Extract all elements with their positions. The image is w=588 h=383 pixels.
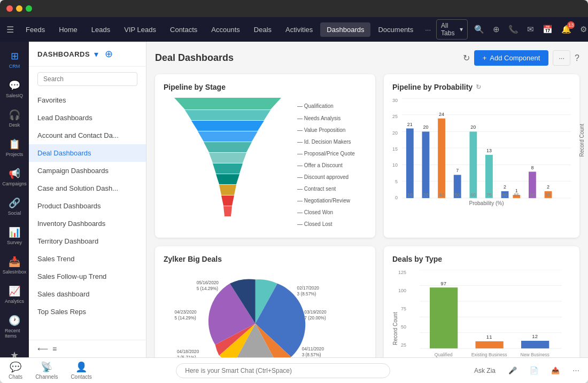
more-bottom-icon[interactable]: ⋯ <box>572 366 579 374</box>
nav-sidebar-deal-dashboards[interactable]: Deal Dashboards <box>29 144 146 162</box>
refresh-icon[interactable]: ↻ <box>463 53 470 63</box>
sidebar-item-recent[interactable]: 🕐 Recent Items <box>2 310 27 343</box>
nav-sidebar-case-solution[interactable]: Case and Solution Dash... <box>29 179 146 197</box>
sidebar-item-analytics[interactable]: 📈 Analytics <box>2 281 27 308</box>
more-nav-icon[interactable]: ··· <box>421 22 435 37</box>
notification-button[interactable]: 🔔 13 <box>559 22 574 36</box>
add-button[interactable]: ⊕ <box>491 22 502 36</box>
nav-sidebar-territory[interactable]: Territory Dashboard <box>29 232 146 250</box>
search-button[interactable]: 🔍 <box>472 22 486 36</box>
y-axis-label-type: Record Count <box>392 270 398 357</box>
nav-sidebar-sales-trend[interactable]: Sales Trend <box>29 250 146 268</box>
funnel-label-closed-won: — Closed Won <box>296 207 355 217</box>
sidebar-item-crm[interactable]: ⊞ CRM <box>2 46 27 73</box>
analytics-icon: 📈 <box>9 285 20 297</box>
nav-home[interactable]: Home <box>52 22 84 37</box>
pipeline-by-probability-card: Pipeline by Probability ↻ 302520151050 <box>384 74 579 238</box>
maximize-button[interactable] <box>26 5 32 12</box>
sidebar-item-social[interactable]: 🔗 Social <box>2 193 27 220</box>
close-button[interactable] <box>6 5 13 12</box>
refresh-prob-icon[interactable]: ↻ <box>476 83 481 91</box>
sidebar-item-survey[interactable]: 📊 Survey <box>2 222 27 249</box>
help-icon[interactable]: ? <box>575 53 579 63</box>
svg-text:20: 20 <box>423 124 429 130</box>
nav-sidebar-favorites[interactable]: Favorites <box>29 91 146 109</box>
phone-button[interactable]: 📞 <box>506 22 521 36</box>
nav-vip-leads[interactable]: VIP Leads <box>118 22 163 37</box>
nav-accounts[interactable]: Accounts <box>205 22 246 37</box>
svg-text:20: 20 <box>423 192 429 198</box>
nav-sidebar-search <box>29 67 146 91</box>
svg-text:60: 60 <box>470 192 476 198</box>
sidebar-item-projects[interactable]: 📋 Projects <box>2 134 27 161</box>
bottom-tab-channels[interactable]: 📡 Channels <box>35 361 58 380</box>
svg-text:40: 40 <box>439 192 444 198</box>
bottom-tab-chats[interactable]: 💬 Chats <box>9 361 22 380</box>
bar-chart-svg: 21 20 24 7 <box>402 98 571 199</box>
nav-deals[interactable]: Deals <box>247 22 278 37</box>
smart-chat-input[interactable] <box>176 363 390 378</box>
settings-button[interactable]: ⚙ <box>578 22 588 36</box>
svg-text:03/19/2020: 03/19/2020 <box>304 310 327 315</box>
add-dashboard-button[interactable]: ▾ <box>94 49 98 59</box>
sidebar-item-desk[interactable]: 🎧 Desk <box>2 105 27 132</box>
collapse-icon[interactable]: ⟵ <box>37 345 48 353</box>
svg-rect-26 <box>469 131 477 198</box>
nav-activities[interactable]: Activities <box>279 22 319 37</box>
contacts-icon: 👤 <box>75 361 87 373</box>
nav-sidebar-account-contact[interactable]: Account and Contact Da... <box>29 127 146 144</box>
mail-button[interactable]: ✉ <box>525 22 536 36</box>
new-dashboard-button[interactable]: ⊕ <box>105 48 113 60</box>
sidebar-item-salesinbox[interactable]: 📥 SalesInbox <box>2 252 27 279</box>
ask-zia[interactable]: Ask Zia <box>474 367 496 374</box>
svg-text:8: 8 <box>531 165 533 170</box>
all-tabs-button[interactable]: All Tabs ▾ <box>436 19 468 40</box>
pipeline-by-probability-title: Pipeline by Probability ↻ <box>392 83 571 91</box>
nav-sidebar-inventory[interactable]: Inventory Dashboards <box>29 215 146 232</box>
nav-dashboards[interactable]: Dashboards <box>320 22 370 37</box>
hamburger-icon[interactable]: ☰ <box>6 25 14 35</box>
bottom-tab-contacts[interactable]: 👤 Contacts <box>71 361 91 380</box>
titlebar <box>0 0 588 17</box>
send-icon[interactable]: 📤 <box>551 366 560 374</box>
channels-icon: 📡 <box>41 361 52 373</box>
sidebar-item-campaigns[interactable]: 📢 Campaigns <box>2 163 27 191</box>
nav-leads[interactable]: Leads <box>85 22 117 37</box>
search-input[interactable] <box>37 72 137 86</box>
funnel-label-contract: — Contract sent <box>296 183 355 194</box>
minimize-button[interactable] <box>16 5 22 12</box>
sidebar-item-salesiq[interactable]: 💬 SalesIQ <box>2 75 27 103</box>
add-component-button[interactable]: + Add Component <box>474 50 549 66</box>
nav-sidebar-sales-followup[interactable]: Sales Follow-up Trend <box>29 268 146 285</box>
calendar-button[interactable]: 📅 <box>540 22 555 36</box>
type-bar-svg: 97 11 12 Qualified Existing Business <box>411 270 571 357</box>
nav-sidebar-top-sales-reps[interactable]: Top Sales Reps <box>29 303 146 321</box>
svg-marker-6 <box>213 163 243 174</box>
nav-contacts[interactable]: Contacts <box>164 22 204 37</box>
mic-icon[interactable]: 🎤 <box>508 366 517 374</box>
svg-text:90: 90 <box>530 192 535 198</box>
svg-text:04/18/2020: 04/18/2020 <box>177 349 199 354</box>
file-icon[interactable]: 📄 <box>530 366 538 374</box>
svg-marker-2 <box>191 121 264 131</box>
svg-marker-1 <box>185 110 270 120</box>
more-options-button[interactable]: ··· <box>553 50 570 66</box>
svg-text:Qualified: Qualified <box>435 352 453 357</box>
nav-sidebar-sales-dashboard[interactable]: Sales dashboard <box>29 285 146 303</box>
nav-sidebar-lead-dashboards[interactable]: Lead Dashboards <box>29 109 146 127</box>
nav-feeds[interactable]: Feeds <box>19 22 51 37</box>
list-view-icon[interactable]: ≡ <box>52 345 57 353</box>
sidebar-item-favorites[interactable]: ★ Favorites <box>2 345 27 357</box>
nav-sidebar-campaign[interactable]: Campaign Dashboards <box>29 162 146 179</box>
funnel-label-needs: — Needs Analysis <box>296 113 355 123</box>
svg-text:2: 2 <box>547 184 550 190</box>
nav-sidebar-product[interactable]: Product Dashboards <box>29 197 146 215</box>
svg-rect-28 <box>485 155 493 198</box>
svg-text:95: 95 <box>546 192 551 198</box>
dashboard-grid: Pipeline by Stage <box>155 74 579 357</box>
funnel-svg <box>164 98 292 226</box>
svg-text:05/16/2020: 05/16/2020 <box>197 281 219 286</box>
pie-chart-container: 02/17/2020 3 (8.57%) 03/19/2020 7 (20.00… <box>164 270 367 357</box>
nav-documents[interactable]: Documents <box>372 22 420 37</box>
campaigns-icon: 📢 <box>9 168 20 179</box>
